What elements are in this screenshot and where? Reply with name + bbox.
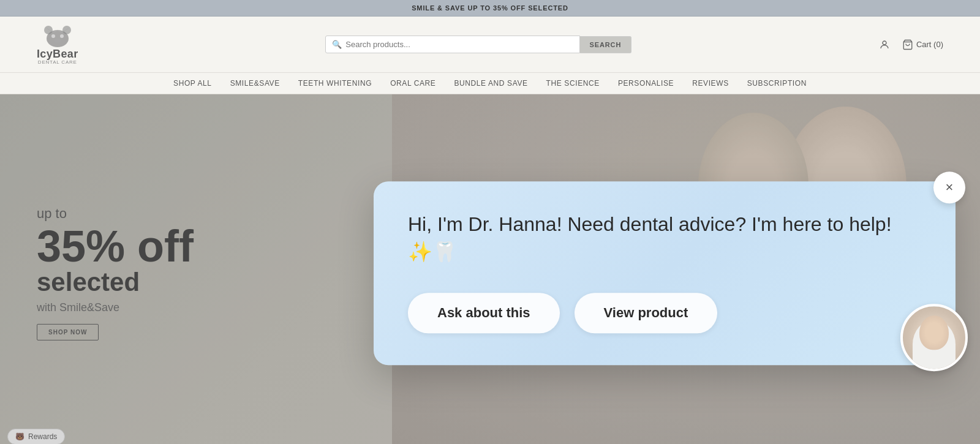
svg-point-4 bbox=[60, 34, 64, 38]
nav-shop-all[interactable]: SHOP ALL bbox=[173, 79, 212, 88]
svg-point-10 bbox=[883, 41, 886, 45]
logo[interactable]: IcyBear Dental Care bbox=[37, 24, 78, 65]
svg-point-3 bbox=[51, 34, 55, 38]
hero-section: up to 35% off selected with Smile&Save S… bbox=[0, 94, 980, 444]
nav-reviews[interactable]: REVIEWS bbox=[692, 79, 729, 88]
cart-label: Cart (0) bbox=[916, 40, 943, 49]
header-actions: Cart (0) bbox=[879, 39, 943, 50]
search-area: 🔍 SEARCH bbox=[325, 36, 631, 53]
chat-action-buttons: Ask about this View product bbox=[408, 293, 921, 333]
search-input[interactable] bbox=[345, 40, 573, 49]
nav-smile-save[interactable]: SMILE&SAVE bbox=[230, 79, 280, 88]
chat-close-button[interactable]: × bbox=[933, 171, 965, 203]
nav-bundle-save[interactable]: BUNDLE AND SAVE bbox=[454, 79, 527, 88]
svg-point-5 bbox=[54, 38, 61, 43]
cart-button[interactable]: Cart (0) bbox=[902, 39, 943, 50]
nav-science[interactable]: THE SCIENCE bbox=[546, 79, 600, 88]
ask-about-button[interactable]: Ask about this bbox=[408, 293, 560, 333]
search-button[interactable]: SEARCH bbox=[580, 36, 632, 53]
account-icon[interactable] bbox=[879, 39, 890, 50]
search-input-wrap: 🔍 bbox=[325, 36, 579, 53]
main-nav: SHOP ALL SMILE&SAVE TEETH WHITENING ORAL… bbox=[0, 73, 980, 94]
announcement-text: SMILE & SAVE UP TO 35% OFF SELECTED bbox=[412, 4, 568, 12]
view-product-button[interactable]: View product bbox=[575, 293, 718, 333]
logo-name: IcyBear bbox=[37, 48, 78, 59]
chat-popup: × Hi, I'm Dr. Hanna! Need dental advice?… bbox=[374, 181, 956, 365]
doctor-avatar bbox=[900, 304, 968, 371]
announcement-bar: SMILE & SAVE UP TO 35% OFF SELECTED bbox=[0, 0, 980, 17]
logo-icon bbox=[42, 24, 73, 48]
chat-message: Hi, I'm Dr. Hanna! Need dental advice? I… bbox=[408, 211, 921, 266]
nav-oral-care[interactable]: ORAL CARE bbox=[390, 79, 435, 88]
nav-teeth-whitening[interactable]: TEETH WHITENING bbox=[298, 79, 372, 88]
logo-subtitle: Dental Care bbox=[38, 59, 77, 65]
header: IcyBear Dental Care 🔍 SEARCH Cart (0) bbox=[0, 17, 980, 73]
nav-subscription[interactable]: SUBSCRIPTION bbox=[747, 79, 807, 88]
search-icon: 🔍 bbox=[332, 40, 342, 49]
nav-personalise[interactable]: PERSONALISE bbox=[618, 79, 674, 88]
